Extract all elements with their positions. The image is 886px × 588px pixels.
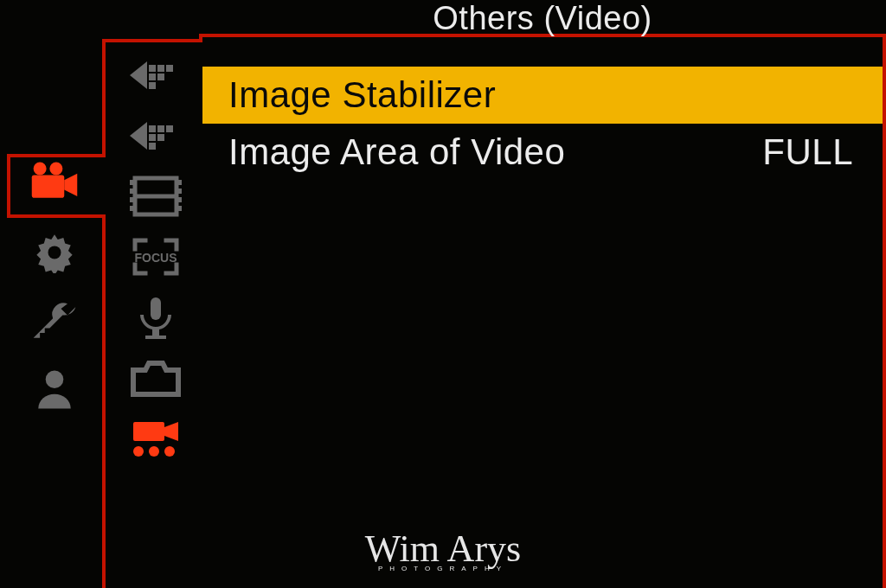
frame-border (102, 214, 106, 588)
svg-rect-10 (149, 82, 156, 89)
svg-rect-28 (151, 297, 161, 320)
menu-item-image-stabilizer[interactable]: Image Stabilizer (202, 67, 883, 124)
svg-point-4 (46, 370, 64, 388)
svg-point-31 (149, 446, 159, 457)
svg-point-30 (133, 446, 144, 457)
watermark-signature: Wim Arys (365, 530, 521, 568)
watermark: Wim Arys PHOTOGRAPHY (365, 530, 521, 572)
frame-border (883, 34, 886, 588)
microphone-icon (128, 296, 183, 339)
svg-rect-8 (149, 74, 156, 80)
menu-item-value: FULL (762, 131, 853, 173)
svg-rect-7 (166, 65, 173, 72)
menu-list: Image Stabilizer Image Area of Video FUL… (202, 67, 883, 181)
subtab-image-quality-1[interactable] (128, 54, 183, 97)
video-others-icon (128, 417, 183, 460)
wrench-icon (29, 297, 80, 342)
svg-rect-20 (177, 180, 182, 185)
subtab-image-format[interactable] (128, 175, 183, 218)
subtab-column: FOCUS (121, 54, 190, 460)
svg-rect-16 (149, 143, 156, 150)
frame-border (7, 154, 106, 157)
person-icon (29, 367, 80, 412)
category-tab-setup[interactable] (29, 297, 80, 342)
svg-rect-6 (157, 65, 164, 72)
svg-rect-9 (157, 74, 164, 80)
film-strip-icon (128, 175, 183, 218)
video-camera-icon (29, 159, 80, 204)
svg-rect-11 (149, 125, 156, 132)
subtab-others[interactable] (128, 417, 183, 460)
arrow-pixels-icon (128, 114, 183, 157)
svg-rect-13 (166, 125, 173, 132)
subtab-monitor[interactable] (128, 356, 183, 399)
subtab-audio[interactable] (128, 296, 183, 339)
svg-rect-19 (130, 180, 135, 185)
watermark-subtitle: PHOTOGRAPHY (365, 565, 521, 572)
svg-rect-25 (130, 206, 135, 211)
svg-rect-14 (149, 134, 156, 141)
category-tab-custom[interactable] (29, 228, 80, 273)
camera-outline-icon (128, 356, 183, 399)
svg-rect-12 (157, 125, 164, 132)
svg-point-32 (164, 446, 175, 457)
subtab-image-quality-2[interactable] (128, 114, 183, 157)
svg-text:FOCUS: FOCUS (135, 251, 177, 265)
menu-item-label: Image Area of Video (228, 131, 565, 173)
svg-rect-21 (130, 189, 135, 194)
category-tab-mymenu[interactable] (29, 367, 80, 412)
arrow-pixels-icon (128, 54, 183, 97)
frame-border (102, 39, 106, 154)
svg-point-0 (34, 163, 47, 176)
gear-icon (29, 228, 80, 273)
svg-rect-24 (177, 197, 182, 202)
svg-rect-29 (133, 422, 164, 441)
frame-border (102, 39, 202, 42)
page-title: Others (Video) (199, 0, 886, 37)
svg-rect-22 (177, 189, 182, 194)
subtab-focus[interactable]: FOCUS (128, 235, 183, 278)
svg-rect-26 (177, 206, 182, 211)
menu-item-label: Image Stabilizer (228, 74, 496, 116)
category-tabs (16, 159, 93, 412)
category-tab-video[interactable] (29, 159, 80, 204)
svg-rect-5 (149, 65, 156, 72)
svg-rect-2 (32, 176, 65, 198)
svg-rect-15 (157, 134, 164, 141)
focus-bracket-icon: FOCUS (128, 235, 183, 278)
frame-border (7, 154, 10, 214)
svg-point-1 (49, 163, 62, 176)
svg-rect-23 (130, 197, 135, 202)
svg-point-3 (48, 246, 61, 259)
menu-item-image-area-of-video[interactable]: Image Area of Video FULL (202, 124, 883, 181)
